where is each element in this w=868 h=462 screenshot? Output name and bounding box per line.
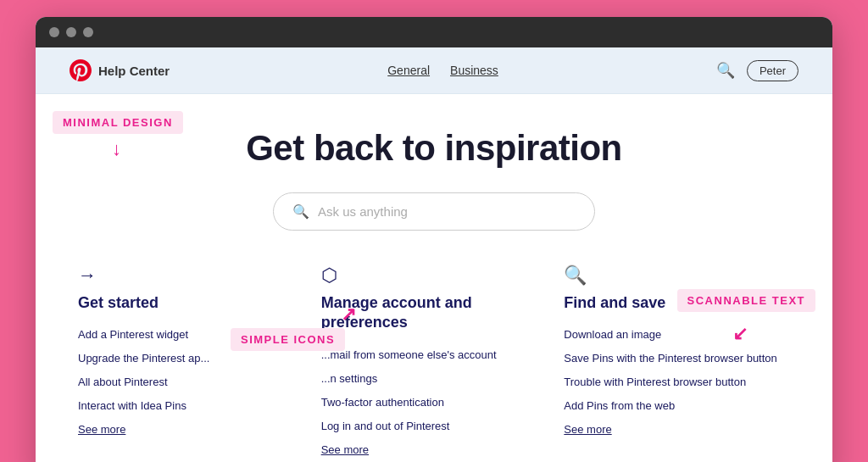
get-started-icon: → (78, 264, 304, 287)
browser-chrome (36, 17, 832, 47)
column-get-started: → Get started Add a Pinterest widget Upg… (78, 264, 304, 457)
find-save-links: Download an image Save Pins with the Pin… (564, 326, 790, 413)
navbar-right: 🔍 Peter (716, 60, 798, 81)
browser-window: Help Center General Business 🔍 Peter MIN… (36, 17, 832, 462)
list-item: All about Pinterest (78, 374, 304, 389)
link-about-pinterest[interactable]: All about Pinterest (78, 376, 168, 388)
search-bar-placeholder: Ask us anything (318, 204, 408, 219)
link-add-pins[interactable]: Add Pins from the web (564, 399, 675, 412)
link-trouble-browser[interactable]: Trouble with Pinterest browser button (564, 376, 746, 388)
manage-account-title: Manage account and preferences (321, 293, 548, 333)
list-item: Upgrade the Pinterest ap... (78, 350, 304, 365)
browser-dot-2 (66, 27, 76, 37)
list-item: Download an image (564, 326, 790, 342)
main-content: MINIMAL DESIGN ↓ SCANNABLE TEXT ↙ SIMPLE… (36, 94, 832, 462)
nav-link-business[interactable]: Business (450, 64, 498, 77)
link-upgrade-pinterest[interactable]: Upgrade the Pinterest ap... (78, 352, 209, 365)
link-mail-account[interactable]: ...mail from someone else's account (321, 348, 497, 361)
get-started-title: Get started (78, 293, 304, 313)
see-more-get-started[interactable]: See more (78, 423, 125, 436)
see-more-find-save[interactable]: See more (564, 423, 611, 436)
user-avatar-pill[interactable]: Peter (747, 60, 798, 81)
annotation-scannable-text: SCANNABLE TEXT (677, 289, 815, 312)
search-bar-icon: 🔍 (292, 203, 309, 220)
list-item: Two-factor authentication (321, 394, 548, 409)
link-2fa[interactable]: Two-factor authentication (321, 396, 444, 409)
navbar: Help Center General Business 🔍 Peter (36, 47, 832, 94)
link-login[interactable]: Log in and out of Pinterest (321, 420, 450, 432)
search-icon[interactable]: 🔍 (716, 61, 735, 80)
search-bar[interactable]: 🔍 Ask us anything (273, 192, 595, 231)
manage-account-icon: ⬡ (321, 264, 548, 287)
list-item: ...n settings (321, 370, 548, 386)
browser-dot-1 (49, 27, 59, 37)
link-save-pins-browser[interactable]: Save Pins with the Pinterest browser but… (564, 352, 776, 365)
link-idea-pins[interactable]: Interact with Idea Pins (78, 399, 186, 412)
navbar-center: General Business (387, 64, 498, 77)
manage-account-links: ...mail from someone else's account ...n… (321, 347, 548, 433)
link-settings[interactable]: ...n settings (321, 372, 377, 385)
list-item: Save Pins with the Pinterest browser but… (564, 350, 790, 365)
annotation-simple-icons: SIMPLE ICONS (231, 328, 345, 351)
list-item: ...mail from someone else's account (321, 347, 548, 362)
column-manage-account: ⬡ Manage account and preferences ...mail… (321, 264, 548, 457)
annotation-minimal-design: MINIMAL DESIGN (53, 111, 183, 134)
navbar-brand: Help Center (98, 64, 170, 78)
list-item: Trouble with Pinterest browser button (564, 374, 790, 389)
nav-link-general[interactable]: General (387, 64, 430, 77)
hero-title: Get back to inspiration (70, 128, 798, 169)
link-pinterest-widget[interactable]: Add a Pinterest widget (78, 328, 188, 341)
find-save-icon: 🔍 (564, 264, 790, 287)
see-more-manage-account[interactable]: See more (321, 443, 369, 456)
list-item: Add Pins from the web (564, 398, 790, 413)
link-download-image[interactable]: Download an image (564, 328, 661, 341)
pinterest-logo-icon (70, 59, 92, 81)
search-bar-container: 🔍 Ask us anything (70, 192, 798, 231)
list-item: Interact with Idea Pins (78, 398, 304, 413)
list-item: Log in and out of Pinterest (321, 418, 548, 433)
navbar-left: Help Center (70, 59, 170, 81)
browser-dot-3 (83, 27, 93, 37)
